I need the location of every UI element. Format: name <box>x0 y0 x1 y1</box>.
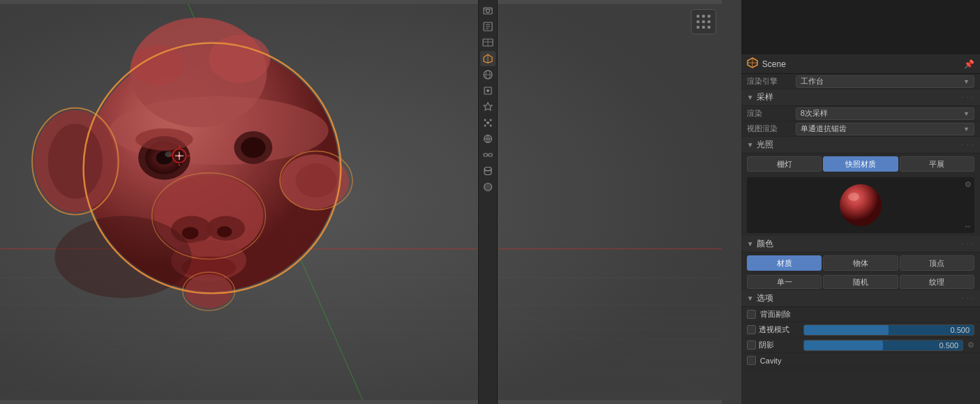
color-label: 颜色 <box>757 238 773 250</box>
xray-checkbox[interactable] <box>747 325 756 334</box>
panel-title: Scene <box>762 59 786 69</box>
svg-rect-66 <box>484 8 492 14</box>
svg-point-33 <box>182 227 199 239</box>
color-arrow: ▼ <box>747 240 754 248</box>
svg-point-87 <box>487 121 489 124</box>
svg-point-67 <box>487 9 490 13</box>
render-label: 渲染 <box>747 108 796 119</box>
options-section-header[interactable]: ▼ 选项 · · · <box>741 290 980 307</box>
sphere-preview: ⚙ ↔ <box>747 177 974 233</box>
shadow-gear-icon[interactable]: ⚙ <box>967 341 974 350</box>
svg-point-104 <box>848 193 859 201</box>
viewport-sampling-row: 视图渲染 单通道抗锯齿 ▼ <box>741 121 980 137</box>
top-preview <box>741 0 980 54</box>
svg-rect-93 <box>489 154 492 156</box>
monkey-svg <box>0 0 722 404</box>
flat-light-btn[interactable]: 平展 <box>900 156 974 172</box>
sub-color-buttons-row: 单一 随机 纹理 <box>741 274 980 290</box>
shadow-row: 阴影 0.500 ⚙ <box>741 338 980 353</box>
render-engine-dropdown[interactable]: 工作台 ▼ <box>796 75 974 88</box>
xray-mode-row: 透视模式 0.500 <box>741 322 980 338</box>
sampling-label: 采样 <box>757 91 773 103</box>
svg-point-84 <box>490 119 492 121</box>
texture-btn[interactable]: 纹理 <box>900 275 974 289</box>
lighting-arrow: ▼ <box>747 141 754 149</box>
svg-point-27 <box>135 128 193 150</box>
backface-culling-row: 背面剔除 <box>741 307 980 322</box>
backface-checkbox[interactable] <box>747 310 756 319</box>
sidebar-icon-particles[interactable] <box>480 115 496 130</box>
viewport-sampling-dropdown[interactable]: 单通道抗锯齿 ▼ <box>796 123 974 135</box>
sphere-arrow-icon[interactable]: ↔ <box>964 222 972 230</box>
sidebar-icon-render[interactable] <box>480 3 496 18</box>
pin-icon[interactable]: 📌 <box>964 59 974 69</box>
sidebar-icon-output[interactable] <box>480 19 496 34</box>
options-dots: · · · <box>961 294 974 302</box>
lighting-buttons-row: 棚灯 快照材质 平展 <box>741 154 980 174</box>
sidebar-icon-modifier[interactable] <box>480 99 496 114</box>
render-engine-label: 渲染引擎 <box>747 76 796 87</box>
shadow-slider[interactable]: 0.500 <box>803 340 963 351</box>
lighting-section-header[interactable]: ▼ 光照 · · · <box>741 137 980 154</box>
shadow-label: 阴影 <box>759 340 801 350</box>
sampling-dots: · · · <box>961 93 974 101</box>
sphere-settings-icon[interactable]: ⚙ <box>965 180 972 189</box>
color-buttons-row: 材质 物体 顶点 <box>741 253 980 274</box>
properties-panel: Scene 📌 渲染引擎 工作台 ▼ ▼ 采样 · · · 渲染 8次采样 ▼ <box>741 54 980 404</box>
panel-header: Scene 📌 <box>741 54 980 74</box>
sidebar-icon-data[interactable] <box>480 163 496 179</box>
viewport[interactable] <box>0 0 722 404</box>
svg-rect-60 <box>697 20 699 23</box>
svg-rect-59 <box>708 15 711 17</box>
options-label: 选项 <box>757 292 773 304</box>
lighting-label: 光照 <box>757 139 773 151</box>
vertex-color-btn[interactable]: 顶点 <box>900 255 974 271</box>
cavity-checkbox[interactable] <box>747 356 756 365</box>
right-panel: Scene 📌 渲染引擎 工作台 ▼ ▼ 采样 · · · 渲染 8次采样 ▼ <box>741 0 980 404</box>
svg-point-38 <box>209 35 270 83</box>
render-sampling-row: 渲染 8次采样 ▼ <box>741 106 980 121</box>
object-color-btn[interactable]: 物体 <box>823 255 898 271</box>
matcap-light-btn[interactable]: 快照材质 <box>823 156 898 172</box>
material-color-btn[interactable]: 材质 <box>747 255 822 271</box>
sidebar-icon-physics[interactable] <box>480 131 496 147</box>
svg-rect-58 <box>702 15 705 17</box>
svg-point-95 <box>484 167 491 171</box>
studio-light-btn[interactable]: 棚灯 <box>747 156 822 172</box>
cavity-label: Cavity <box>760 357 782 365</box>
svg-point-41 <box>296 163 337 197</box>
sidebar-icons <box>478 0 497 404</box>
sidebar-icon-view[interactable] <box>480 35 496 50</box>
color-section-header[interactable]: ▼ 颜色 · · · <box>741 236 980 253</box>
svg-point-21 <box>48 124 103 199</box>
sampling-arrow: ▼ <box>747 93 754 101</box>
render-sampling-dropdown[interactable]: 8次采样 ▼ <box>796 107 974 120</box>
svg-rect-61 <box>702 20 705 23</box>
xray-slider[interactable]: 0.500 <box>803 324 974 336</box>
viewport-label: 视图渲染 <box>747 124 796 134</box>
svg-point-82 <box>487 89 489 92</box>
cavity-row: Cavity <box>741 353 980 368</box>
scene-icon <box>747 57 758 70</box>
sampling-section-header[interactable]: ▼ 采样 · · · <box>741 89 980 106</box>
svg-point-103 <box>840 184 882 226</box>
single-btn[interactable]: 单一 <box>747 275 822 289</box>
svg-point-83 <box>484 119 487 121</box>
sidebar-icon-world[interactable] <box>480 67 496 82</box>
svg-point-29 <box>241 137 265 158</box>
svg-rect-92 <box>484 154 487 156</box>
render-engine-row: 渲染引擎 工作台 ▼ <box>741 74 980 89</box>
sidebar-icon-material[interactable] <box>480 179 496 195</box>
svg-point-26 <box>165 151 172 157</box>
options-arrow: ▼ <box>747 294 754 302</box>
svg-point-85 <box>484 125 487 127</box>
sidebar-icon-scene[interactable] <box>480 51 496 66</box>
lighting-dots: · · · <box>961 141 974 149</box>
random-btn[interactable]: 随机 <box>823 275 898 289</box>
sidebar-icon-constraints[interactable] <box>480 147 496 163</box>
color-dots: · · · <box>961 240 974 248</box>
xray-value: 0.500 <box>950 326 970 334</box>
shadow-checkbox[interactable] <box>747 341 756 350</box>
sidebar-icon-object[interactable] <box>480 83 496 98</box>
xray-label: 透视模式 <box>759 324 801 335</box>
